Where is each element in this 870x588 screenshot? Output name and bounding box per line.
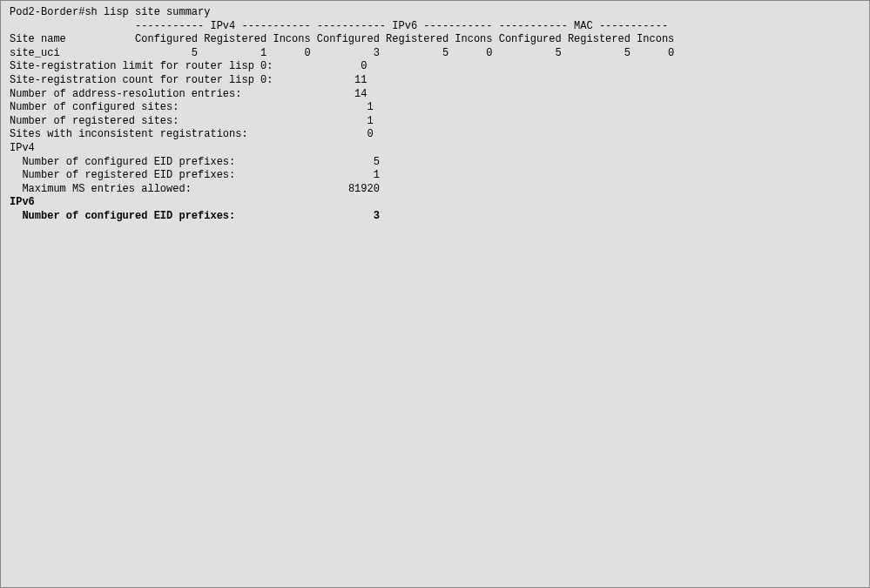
stat-label: Number of configured sites: (10, 101, 179, 113)
stat-incons: Sites with inconsistent registrations: 0 (10, 128, 860, 142)
stat-value: 1 (374, 169, 380, 181)
stat-label: Number of registered EID prefixes: (10, 169, 235, 181)
stat-value: 81920 (348, 183, 380, 195)
site-row: site_uci 5 1 0 3 5 0 5 5 0 (10, 47, 860, 61)
stat-value: 5 (374, 156, 380, 168)
columns-line: Site name Configured Registered Incons C… (10, 33, 860, 47)
ipv4-heading: IPv4 (10, 142, 860, 156)
stat-label: Number of configured EID prefixes: (10, 156, 235, 168)
stat-reg-sites: Number of registered sites: 1 (10, 115, 860, 129)
stat-value: 1 (367, 101, 373, 113)
stat-addr-res: Number of address-resolution entries: 14 (10, 88, 860, 102)
ipv4-max-ms: Maximum MS entries allowed: 81920 (10, 183, 860, 197)
ipv6-heading: IPv6 (10, 196, 860, 210)
stat-value: 1 (367, 115, 373, 127)
stat-reg-count: Site-registration count for router lisp … (10, 74, 860, 88)
ipv6-conf-prefixes: Number of configured EID prefixes: 3 (10, 210, 860, 224)
stat-value: 3 (374, 210, 380, 222)
ipv4-conf-prefixes: Number of configured EID prefixes: 5 (10, 156, 860, 170)
stat-label: Number of configured EID prefixes: (10, 210, 235, 222)
ipv4-reg-prefixes: Number of registered EID prefixes: 1 (10, 169, 860, 183)
stat-reg-limit: Site-registration limit for router lisp … (10, 60, 860, 74)
header-line: ----------- IPv4 ----------- -----------… (10, 20, 860, 34)
stat-value: 14 (354, 88, 367, 100)
stat-value: 0 (367, 128, 373, 140)
stat-label: Site-registration limit for router lisp … (10, 60, 273, 72)
stat-label: Number of address-resolution entries: (10, 88, 241, 100)
stat-label: Site-registration count for router lisp … (10, 74, 273, 86)
prompt-line: Pod2-Border#sh lisp site summary (10, 6, 860, 20)
stat-conf-sites: Number of configured sites: 1 (10, 101, 860, 115)
terminal-output: Pod2-Border#sh lisp site summary -------… (0, 0, 870, 588)
stat-label: Maximum MS entries allowed: (10, 183, 192, 195)
stat-value: 0 (361, 60, 367, 72)
stat-label: Number of registered sites: (10, 115, 179, 127)
cli-text: Pod2-Border#sh lisp site summary -------… (10, 6, 860, 224)
stat-value: 11 (354, 74, 367, 86)
stat-label: Sites with inconsistent registrations: (10, 128, 248, 140)
